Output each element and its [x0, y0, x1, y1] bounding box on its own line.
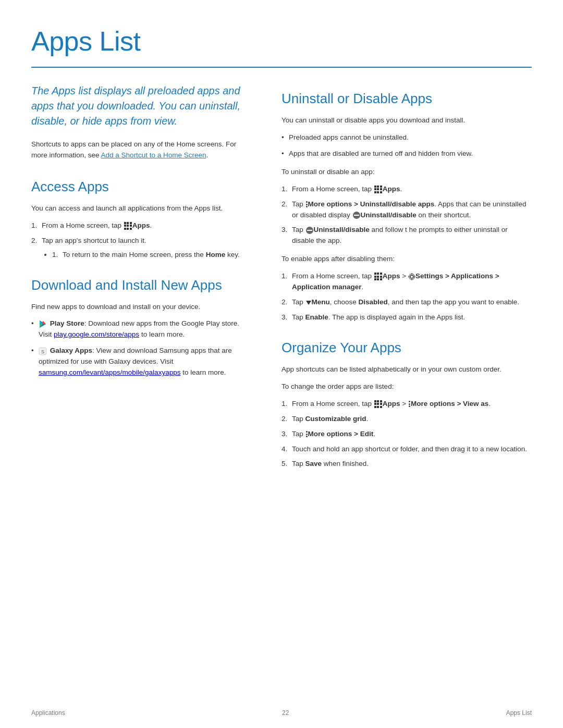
svg-rect-8 [411, 273, 412, 275]
organize-step-5: Tap Save when finished. [282, 459, 532, 470]
svg-marker-3 [43, 320, 46, 324]
galaxy-apps-label: Galaxy Apps [50, 347, 92, 354]
play-store-link[interactable]: play.google.com/store/apps [54, 330, 139, 338]
access-apps-title: Access Apps [31, 177, 250, 197]
apps-grid-icon-2 [374, 186, 382, 193]
access-apps-steps: From a Home screen, tap Apps. Tap an app… [31, 220, 250, 261]
organize-step-1: From a Home screen, tap Apps > More opti… [282, 399, 532, 410]
apps-grid-icon-1 [124, 222, 132, 230]
enable-step-3: Tap Enable. The app is displayed again i… [282, 312, 532, 323]
footer-right: Apps List [506, 708, 532, 718]
uninstall-bullet-2: Apps that are disabled are turned off an… [282, 149, 532, 159]
organize-section: Organize Your Apps App shortcuts can be … [282, 338, 532, 470]
access-sub-bullets: To return to the main Home screen, press… [42, 250, 250, 261]
download-title: Download and Install New Apps [31, 275, 250, 295]
svg-text:S: S [41, 349, 44, 354]
play-store-item: Play Store: Download new apps from the G… [31, 318, 250, 340]
play-store-label: Play Store [50, 319, 84, 327]
triangle-icon [306, 301, 311, 305]
uninstall-step-2: Tap More options > Uninstall/disable app… [282, 199, 532, 221]
footer-page-number: 22 [65, 708, 506, 718]
more-options-icon-3 [306, 431, 308, 437]
uninstall-bullet-1: Preloaded apps cannot be uninstalled. [282, 132, 532, 143]
access-sub-1: To return to the main Home screen, press… [52, 250, 250, 261]
minus-circle-icon-1 [353, 212, 360, 219]
uninstall-steps-intro: To uninstall or disable an app: [282, 167, 532, 178]
enable-intro: To enable apps after disabling them: [282, 254, 532, 265]
download-bullets: Play Store: Download new apps from the G… [31, 318, 250, 378]
organize-steps-intro: To change the order apps are listed: [282, 381, 532, 392]
more-options-icon-1 [306, 201, 308, 207]
svg-point-7 [409, 274, 414, 279]
apps-label-1: Apps [132, 221, 150, 229]
organize-step-2: Tap Customizable grid. [282, 414, 532, 425]
uninstall-step-3: Tap Uninstall/disable and follow t he pr… [282, 225, 532, 246]
svg-point-6 [410, 275, 413, 278]
page-title: Apps List [31, 21, 532, 61]
add-shortcut-link[interactable]: Add a Shortcut to a Home Screen [101, 151, 206, 159]
svg-rect-10 [408, 276, 410, 277]
more-options-icon-2 [409, 401, 410, 407]
enable-step-2: Tap Menu, choose Disabled, and then tap … [282, 297, 532, 308]
footer-left: Applications [31, 708, 65, 718]
apps-grid-icon-3 [374, 273, 382, 280]
organize-steps: From a Home screen, tap Apps > More opti… [282, 399, 532, 470]
uninstall-steps: From a Home screen, tap Apps. Tap More o… [282, 184, 532, 247]
access-apps-section: Access Apps You can access and launch al… [31, 177, 250, 261]
title-divider [31, 67, 532, 68]
page-footer: Applications 22 Apps List [31, 708, 532, 718]
two-col-layout: The Apps list displays all preloaded app… [31, 83, 532, 484]
galaxy-apps-link[interactable]: samsung.com/levant/apps/mobile/galaxyapp… [39, 368, 180, 376]
access-step-2: Tap an app's shortcut to launch it. To r… [31, 236, 250, 261]
organize-step-4: Touch and hold an app shortcut or folder… [282, 444, 532, 455]
minus-circle-icon-2 [306, 227, 313, 234]
organize-intro: App shortcuts can be listed alphabetical… [282, 364, 532, 375]
uninstall-section: Uninstall or Disable Apps You can uninst… [282, 89, 532, 323]
download-section: Download and Install New Apps Find new a… [31, 275, 250, 379]
uninstall-intro: You can uninstall or disable apps you do… [282, 115, 532, 126]
intro-body-end: . [206, 151, 208, 159]
organize-title: Organize Your Apps [282, 338, 532, 358]
page-container: Apps List The Apps list displays all pre… [0, 0, 563, 515]
right-column: Uninstall or Disable Apps You can uninst… [282, 83, 532, 484]
enable-step-1: From a Home screen, tap Apps > [282, 271, 532, 293]
galaxy-apps-item: S Galaxy Apps: View and download Samsung… [31, 346, 250, 378]
uninstall-step-1: From a Home screen, tap Apps. [282, 184, 532, 195]
galaxy-apps-icon: S [39, 347, 47, 355]
settings-icon [408, 273, 415, 280]
intro-italic: The Apps list displays all preloaded app… [31, 83, 250, 129]
intro-body: Shortcuts to apps can be placed on any o… [31, 139, 250, 161]
apps-grid-icon-4 [374, 400, 382, 408]
uninstall-bullets: Preloaded apps cannot be uninstalled. Ap… [282, 132, 532, 159]
organize-step-3: Tap More options > Edit. [282, 429, 532, 440]
access-apps-intro: You can access and launch all applicatio… [31, 203, 250, 214]
svg-rect-9 [411, 279, 412, 280]
download-intro: Find new apps to download and install on… [31, 302, 250, 313]
play-store-icon [39, 320, 47, 328]
left-column: The Apps list displays all preloaded app… [31, 83, 250, 484]
access-step-1: From a Home screen, tap Apps. [31, 220, 250, 231]
enable-steps: From a Home screen, tap Apps > [282, 271, 532, 323]
uninstall-title: Uninstall or Disable Apps [282, 89, 532, 109]
